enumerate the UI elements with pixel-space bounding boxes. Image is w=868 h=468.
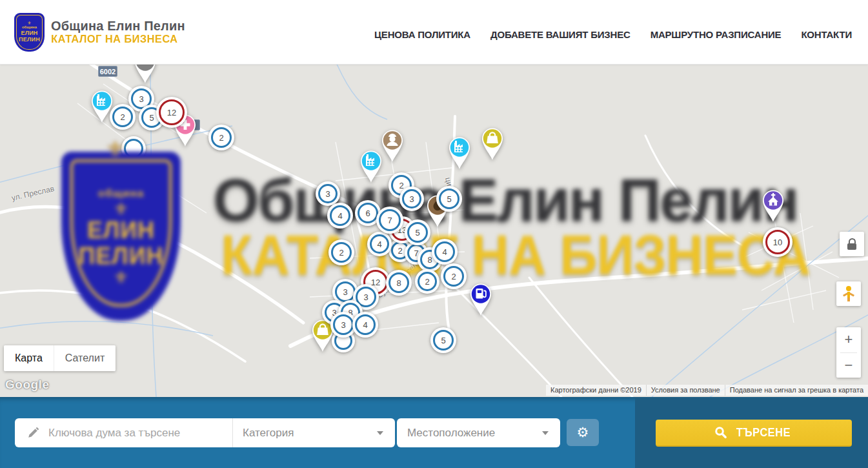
site-subtitle: КАТАЛОГ НА БИЗНЕСА [51, 33, 181, 45]
category-pin-factory[interactable] [445, 134, 474, 173]
category-select[interactable]: Категория [232, 418, 395, 447]
cluster-marker[interactable]: 2 [208, 125, 234, 150]
main-nav: ЦЕНОВА ПОЛИТИКАДОБАВЕТЕ ВАШИЯТ БИЗНЕСМАР… [374, 29, 852, 40]
attribution-text: Картографски данни ©2019 [546, 385, 646, 396]
advanced-settings-button[interactable]: ⚙ [567, 419, 599, 446]
crest-ornament-icon: ⚜ [114, 270, 128, 285]
search-button[interactable]: ТЪРСЕНЕ [656, 420, 852, 447]
site-title: Община Елин Пелин [51, 19, 185, 33]
lock-icon [847, 238, 856, 250]
header: ⚜ община ЕЛИН ПЕЛИН Община Елин Пелин КА… [0, 0, 868, 65]
map-type-satellite-button[interactable]: Сателит [54, 345, 116, 371]
cluster-marker[interactable]: 10 [763, 227, 792, 257]
watermark-crest: ⚜ община ⚜ ЕЛИН ПЕЛИН ⚜ [55, 137, 187, 323]
cluster-marker[interactable]: 4 [327, 203, 353, 229]
cluster-marker[interactable]: 5 [436, 186, 462, 212]
cluster-marker[interactable]: 2 [441, 263, 467, 289]
map-attribution: Картографски данни ©2019Условия за ползв… [546, 385, 868, 396]
map-type-map-button[interactable]: Карта [4, 345, 54, 371]
zoom-control: + − [836, 327, 861, 378]
municipality-crest-icon: ⚜ община ЕЛИН ПЕЛИН [14, 13, 45, 52]
map-type-control: Карта Сателит [4, 345, 116, 371]
cluster-marker[interactable]: 4 [367, 232, 392, 256]
search-bar: Категория Местоположение ⚙ ТЪРСЕНЕ [0, 397, 868, 468]
attribution-link[interactable]: Подаване на сигнал за грешка в картата [725, 385, 868, 396]
crest-ornament-icon: ⚜ [27, 21, 31, 25]
cluster-marker[interactable]: 7 [376, 207, 403, 234]
google-logo[interactable]: Google [5, 378, 49, 392]
crest-ornament-icon: ⚜ [114, 201, 128, 217]
category-pin-none[interactable] [131, 65, 159, 87]
location-select[interactable]: Местоположение [397, 418, 560, 447]
pencil-icon [26, 426, 40, 440]
cluster-marker[interactable]: 8 [386, 270, 412, 296]
lock-button[interactable] [840, 232, 864, 256]
nav-item-3[interactable]: КОНТАКТИ [801, 29, 852, 40]
category-pin-worker[interactable] [378, 127, 407, 166]
nav-item-0[interactable]: ЦЕНОВА ПОЛИТИКА [374, 29, 470, 40]
chevron-down-icon [377, 431, 383, 435]
cluster-marker[interactable]: 5 [405, 219, 430, 245]
category-pin-bag[interactable] [478, 125, 507, 164]
keyword-search-input[interactable] [15, 427, 196, 440]
cluster-marker[interactable]: 2 [328, 239, 354, 265]
attribution-link[interactable]: Условия за ползване [646, 385, 725, 396]
cluster-marker[interactable]: 4 [432, 239, 458, 265]
map-canvas[interactable]: 6002ул. Преславбул. „Новоселции Община Е… [0, 65, 868, 397]
chevron-down-icon [542, 431, 549, 435]
cluster-marker[interactable]: 2 [415, 269, 439, 294]
search-icon [714, 426, 727, 439]
cluster-marker[interactable]: 12 [156, 97, 187, 128]
pegman-button[interactable] [836, 281, 861, 306]
crest-crown-ornament-icon: ⚜ [55, 136, 187, 162]
site-logo[interactable]: ⚜ община ЕЛИН ПЕЛИН Община Елин Пелин КА… [14, 13, 185, 52]
zoom-in-button[interactable]: + [836, 327, 861, 352]
nav-item-2[interactable]: МАРШРУТНО РАЗПИСАНИЕ [651, 29, 782, 40]
cluster-marker[interactable]: 4 [352, 312, 378, 338]
category-pin-fuel[interactable] [467, 281, 495, 320]
cluster-marker[interactable]: 2 [110, 104, 136, 130]
zoom-out-button[interactable]: − [836, 353, 861, 378]
pegman-icon [841, 285, 856, 302]
cluster-marker[interactable]: 5 [430, 327, 456, 353]
category-pin-church[interactable] [759, 187, 787, 226]
nav-item-1[interactable]: ДОБАВЕТЕ ВАШИЯТ БИЗНЕС [490, 29, 631, 40]
gear-icon: ⚙ [577, 425, 589, 440]
search-fields-group: Категория [15, 418, 395, 447]
